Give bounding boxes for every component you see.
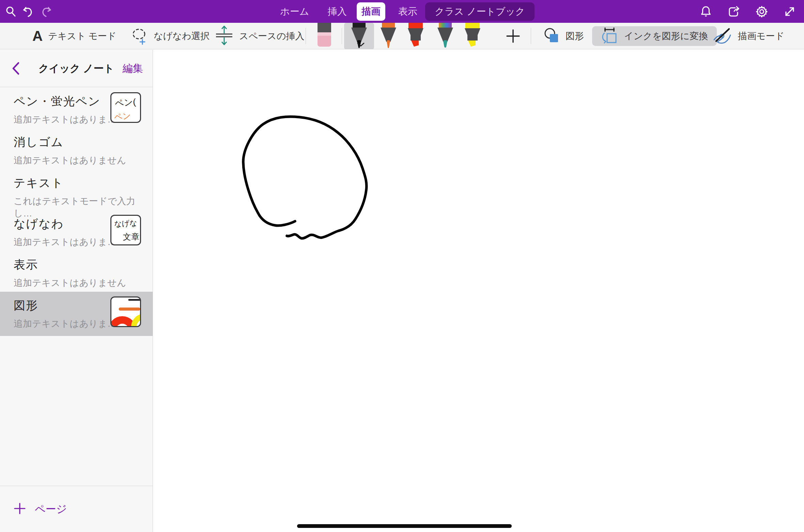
yellow-highlighter-tool[interactable] (463, 23, 482, 49)
page-list-item[interactable]: なげなわ 追加テキストはありま… なげな 文章 (0, 210, 153, 251)
ink-stroke-circle (153, 50, 804, 532)
orange-pen-tool[interactable] (379, 23, 398, 49)
toolbar-divider (306, 28, 306, 44)
drawing-canvas[interactable] (153, 50, 804, 532)
page-list-header: クイック ノート 編集 (0, 50, 153, 87)
page-thumbnail (110, 296, 141, 327)
fullscreen-expand-icon[interactable] (783, 5, 797, 18)
ink-to-shape-button[interactable]: インクを図形に変換 (592, 26, 717, 46)
settings-gear-icon[interactable] (755, 5, 769, 18)
search-icon[interactable] (4, 5, 18, 18)
tab-insert[interactable]: 挿入 (323, 0, 352, 23)
page-title: テキスト (14, 175, 153, 191)
draw-mode-button[interactable]: 描画モード (713, 23, 784, 49)
page-list-panel: クイック ノート 編集 ペン・蛍光ペン 追加テキストはありま… ペン( ペン (0, 50, 153, 532)
top-bar: ホーム 挿入 描画 表示 クラス ノートブック (0, 0, 804, 23)
redo-icon[interactable] (40, 5, 53, 18)
page-list-item[interactable]: 表示 追加テキストはありません (0, 251, 153, 292)
toolbar-divider (531, 28, 531, 44)
black-pen-tool-selected[interactable] (344, 23, 374, 49)
page-list-item[interactable]: ペン・蛍光ペン 追加テキストはありま… ペン( ペン (0, 87, 153, 128)
text-mode-icon: A (32, 29, 43, 43)
page-list: ペン・蛍光ペン 追加テキストはありま… ペン( ペン (0, 87, 153, 336)
eraser-tool[interactable] (315, 23, 334, 49)
page-title: 消しゴム (14, 134, 153, 150)
tab-home[interactable]: ホーム (275, 0, 314, 23)
tab-view[interactable]: 表示 (393, 0, 422, 23)
text-mode-button[interactable]: A テキスト モード (32, 23, 117, 49)
lasso-icon (130, 26, 148, 46)
galaxy-pen-tool[interactable] (436, 23, 454, 49)
red-highlighter-tool[interactable] (406, 23, 425, 49)
shapes-icon (542, 27, 560, 46)
notifications-bell-icon[interactable] (699, 5, 713, 18)
page-list-item[interactable]: 図形 追加テキストはありま… (0, 292, 153, 336)
insert-space-icon (215, 25, 234, 47)
page-thumbnail: ペン( ペン (110, 92, 141, 123)
insert-space-button[interactable]: スペースの挿入 (215, 23, 305, 49)
page-list-item[interactable]: テキスト これはテキストモードで入力し… (0, 169, 153, 210)
add-page-button[interactable]: ページ (0, 486, 153, 532)
home-indicator-bar[interactable] (297, 524, 512, 528)
ink-to-shape-icon (601, 27, 619, 45)
share-icon[interactable] (727, 5, 741, 18)
page-thumbnail: なげな 文章 (110, 215, 141, 245)
lasso-select-button[interactable]: なげなわ選択 (130, 23, 210, 49)
page-title: 表示 (14, 257, 153, 273)
page-subtitle: 追加テキストはありません (14, 277, 153, 289)
plus-icon (14, 502, 26, 516)
toolbar-divider (342, 28, 342, 44)
tab-draw[interactable]: 描画 (357, 2, 385, 21)
pen-options-chevron-icon (356, 42, 365, 49)
page-subtitle: 追加テキストはありません (14, 154, 153, 166)
shapes-button[interactable]: 図形 (542, 23, 584, 49)
onenote-app: ホーム 挿入 描画 表示 クラス ノートブック A テキスト モード なげなわ選… (0, 0, 804, 532)
draw-ribbon: A テキスト モード なげなわ選択 スペースの挿入 (0, 23, 804, 49)
page-list-item[interactable]: 消しゴム 追加テキストはありません (0, 128, 153, 169)
class-notebook-button[interactable]: クラス ノートブック (425, 2, 535, 21)
add-pen-button[interactable] (504, 23, 523, 49)
draw-mode-hand-icon (713, 26, 732, 46)
edit-button[interactable]: 編集 (123, 50, 143, 87)
undo-icon[interactable] (21, 5, 35, 18)
